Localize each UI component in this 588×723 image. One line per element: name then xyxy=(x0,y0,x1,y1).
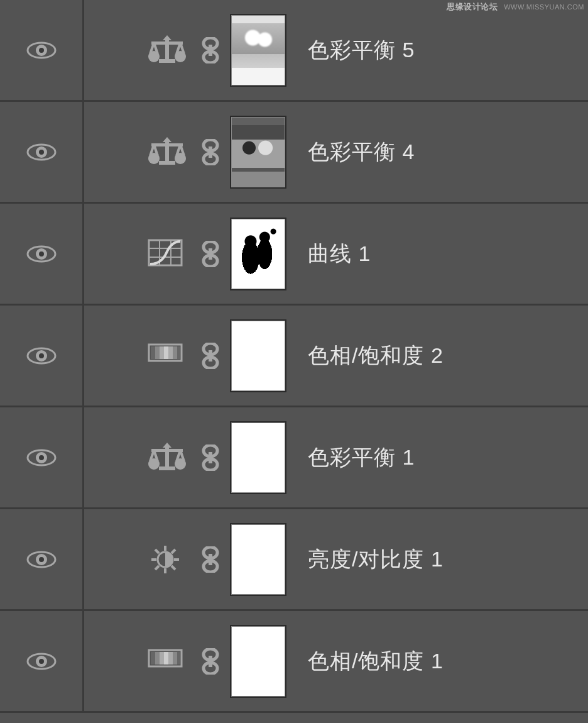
watermark-en: WWW.MISSYUAN.COM xyxy=(504,3,584,11)
eye-icon xyxy=(26,551,57,568)
layer-content: 色相/饱和度 1 xyxy=(84,611,588,711)
link-mask-icon[interactable] xyxy=(199,441,222,474)
layer-content: 色彩平衡 1 xyxy=(84,407,588,507)
watermark: 思缘设计论坛 WWW.MISSYUAN.COM xyxy=(447,1,584,13)
link-mask-icon[interactable] xyxy=(199,645,222,678)
link-mask-icon[interactable] xyxy=(199,136,222,168)
layers-panel: 色彩平衡 5 色彩平衡 4 曲线 1 xyxy=(0,0,588,713)
layer-content: 色彩平衡 5 xyxy=(84,0,588,100)
layer-name-label[interactable]: 曲线 1 xyxy=(308,240,371,268)
eye-icon xyxy=(26,245,57,263)
color-balance-icon xyxy=(148,443,187,473)
adjustment-type-icon[interactable] xyxy=(147,543,187,576)
chain-link-icon xyxy=(202,648,219,675)
hue-saturation-icon xyxy=(148,646,187,676)
visibility-toggle[interactable] xyxy=(0,102,84,202)
layer-name-label[interactable]: 色相/饱和度 2 xyxy=(308,341,444,370)
link-mask-icon[interactable] xyxy=(199,238,222,270)
link-mask-icon[interactable] xyxy=(199,34,222,67)
layer-mask-thumbnail[interactable] xyxy=(230,421,286,494)
chain-link-icon xyxy=(202,37,219,63)
layer-row[interactable]: 色彩平衡 4 xyxy=(0,102,588,204)
layer-content: 色彩平衡 4 xyxy=(84,102,588,202)
adjustment-type-icon[interactable] xyxy=(147,339,187,372)
layer-row[interactable]: 曲线 1 xyxy=(0,204,588,306)
layer-name-label[interactable]: 色相/饱和度 1 xyxy=(308,647,444,676)
layer-mask-thumbnail[interactable] xyxy=(230,116,286,189)
curves-icon xyxy=(148,239,187,269)
adjustment-type-icon[interactable] xyxy=(147,441,187,474)
visibility-toggle[interactable] xyxy=(0,509,84,609)
color-balance-icon xyxy=(148,35,187,65)
layer-row[interactable]: 色相/饱和度 2 xyxy=(0,306,588,407)
eye-icon xyxy=(26,143,57,161)
brightness-contrast-icon xyxy=(148,544,187,575)
eye-icon xyxy=(26,41,57,59)
watermark-cn: 思缘设计论坛 xyxy=(447,2,498,11)
layer-mask-thumbnail[interactable] xyxy=(230,625,286,698)
chain-link-icon xyxy=(202,343,219,369)
eye-icon xyxy=(26,449,57,466)
chain-link-icon xyxy=(202,444,219,471)
layer-mask-thumbnail[interactable] xyxy=(230,319,286,392)
hue-saturation-icon xyxy=(148,341,187,371)
visibility-toggle[interactable] xyxy=(0,0,84,100)
color-balance-icon xyxy=(148,137,187,167)
layer-mask-thumbnail[interactable] xyxy=(230,523,286,596)
layer-content: 曲线 1 xyxy=(84,204,588,304)
layer-name-label[interactable]: 亮度/对比度 1 xyxy=(308,545,444,574)
adjustment-type-icon[interactable] xyxy=(147,645,187,678)
layer-mask-thumbnail[interactable] xyxy=(230,218,286,290)
layer-mask-thumbnail[interactable] xyxy=(230,14,286,87)
layer-row[interactable]: 色彩平衡 5 xyxy=(0,0,588,102)
layer-name-label[interactable]: 色彩平衡 4 xyxy=(308,138,415,167)
layer-row[interactable]: 色彩平衡 1 xyxy=(0,407,588,509)
layer-name-label[interactable]: 色彩平衡 1 xyxy=(308,443,415,472)
layer-row[interactable]: 亮度/对比度 1 xyxy=(0,509,588,611)
layer-content: 色相/饱和度 2 xyxy=(84,306,588,406)
layer-name-label[interactable]: 色彩平衡 5 xyxy=(308,36,415,65)
chain-link-icon xyxy=(202,546,219,573)
layer-row[interactable]: 色相/饱和度 1 xyxy=(0,611,588,713)
chain-link-icon xyxy=(202,241,219,267)
adjustment-type-icon[interactable] xyxy=(147,34,187,67)
link-mask-icon[interactable] xyxy=(199,543,222,576)
layer-content: 亮度/对比度 1 xyxy=(84,509,588,609)
chain-link-icon xyxy=(202,139,219,165)
visibility-toggle[interactable] xyxy=(0,407,84,507)
visibility-toggle[interactable] xyxy=(0,204,84,304)
visibility-toggle[interactable] xyxy=(0,611,84,711)
eye-icon xyxy=(26,653,57,670)
adjustment-type-icon[interactable] xyxy=(147,238,187,270)
adjustment-type-icon[interactable] xyxy=(147,136,187,168)
visibility-toggle[interactable] xyxy=(0,306,84,406)
link-mask-icon[interactable] xyxy=(199,339,222,372)
eye-icon xyxy=(26,347,57,365)
